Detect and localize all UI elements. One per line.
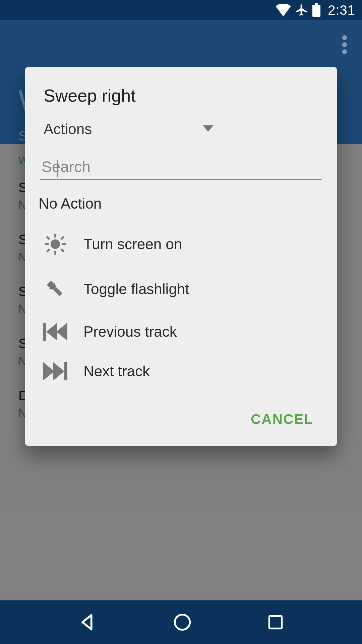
text-cursor: [57, 160, 58, 177]
previous-track-icon: [42, 323, 69, 341]
option-next-track[interactable]: Next track: [25, 352, 337, 391]
svg-rect-9: [60, 248, 64, 252]
option-label: Previous track: [83, 323, 177, 340]
status-bar: 2:31: [0, 0, 362, 20]
svg-point-16: [175, 615, 190, 630]
option-list: Turn screen on Toggle flashlight Previou…: [25, 222, 337, 398]
dialog-title: Sweep right: [25, 67, 337, 116]
svg-point-0: [342, 35, 347, 40]
back-button[interactable]: [77, 611, 99, 633]
navigation-bar: [0, 600, 362, 644]
search-input[interactable]: [40, 154, 322, 180]
battery-icon: [312, 3, 320, 17]
svg-point-3: [51, 239, 60, 249]
cancel-button[interactable]: CANCEL: [244, 408, 320, 431]
option-label: Next track: [83, 363, 150, 380]
dropdown-label: Actions: [44, 121, 92, 138]
airplane-icon: [295, 3, 308, 17]
option-toggle-flashlight[interactable]: Toggle flashlight: [25, 266, 337, 312]
option-previous-track[interactable]: Previous track: [25, 312, 337, 352]
option-no-action[interactable]: No Action: [25, 180, 337, 222]
option-label: Turn screen on: [83, 236, 182, 253]
recents-button[interactable]: [266, 613, 285, 632]
chevron-down-icon: [203, 125, 214, 133]
flashlight-icon: [42, 277, 69, 301]
home-button[interactable]: [172, 612, 192, 632]
option-label: Toggle flashlight: [83, 281, 189, 298]
action-picker-dialog: Sweep right Actions No Action Turn scree…: [25, 67, 337, 446]
status-time: 2:31: [328, 3, 355, 18]
svg-rect-5: [54, 251, 56, 255]
sun-icon: [42, 233, 69, 256]
svg-rect-11: [46, 248, 50, 252]
svg-rect-15: [64, 362, 67, 380]
category-dropdown[interactable]: Actions: [25, 116, 337, 148]
wifi-icon: [276, 4, 291, 16]
option-turn-screen-on[interactable]: Turn screen on: [25, 222, 337, 266]
svg-rect-10: [60, 236, 64, 240]
next-track-icon: [42, 362, 69, 380]
svg-rect-17: [269, 616, 282, 628]
svg-rect-6: [45, 243, 49, 245]
svg-rect-8: [46, 236, 50, 240]
svg-rect-4: [54, 234, 56, 237]
svg-point-2: [342, 49, 347, 54]
overflow-menu-icon[interactable]: [342, 35, 347, 55]
svg-rect-14: [43, 323, 46, 341]
svg-rect-7: [62, 243, 66, 245]
svg-point-1: [342, 42, 347, 47]
